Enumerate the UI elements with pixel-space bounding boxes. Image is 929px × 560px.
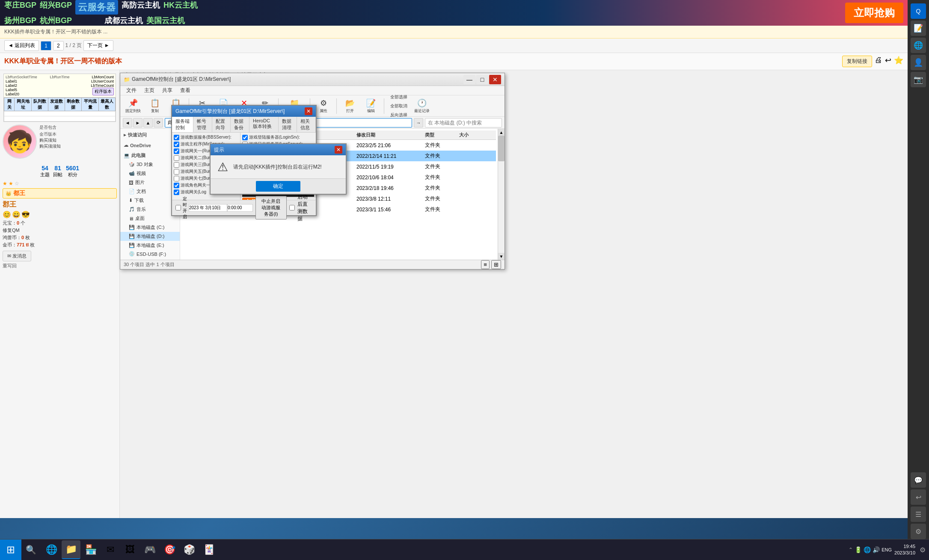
bottom-icon-1[interactable]: 💬 bbox=[911, 472, 926, 488]
minimize-btn[interactable]: — bbox=[463, 75, 475, 84]
scroll-up-btn[interactable]: ▲ bbox=[498, 129, 505, 136]
menu-share[interactable]: 共享 bbox=[159, 86, 176, 95]
taskbar-app-game2[interactable]: 🎯 bbox=[160, 540, 179, 559]
taskbar-app-explorer[interactable]: 📁 bbox=[62, 540, 80, 559]
ctrl-cb-3[interactable] bbox=[174, 155, 179, 161]
bottom-icon-2[interactable]: ↩ bbox=[911, 489, 926, 505]
grid-view-btn[interactable]: ⊞ bbox=[491, 260, 501, 269]
send-message-btn[interactable]: ✉ 发消息 bbox=[3, 251, 31, 261]
ctrl-cb-7[interactable] bbox=[174, 183, 179, 188]
scroll-thumb[interactable] bbox=[498, 136, 505, 161]
bottom-icon-4[interactable]: ⚙ bbox=[911, 524, 926, 539]
tray-chevron-icon[interactable]: ⌃ bbox=[849, 547, 853, 553]
menu-file[interactable]: 文件 bbox=[123, 86, 140, 95]
search-taskbar-btn[interactable]: 🔍 bbox=[21, 540, 40, 559]
scroll-track[interactable] bbox=[498, 136, 505, 253]
sidebar-disk-c[interactable]: 💾 本地磁盘 (C:) bbox=[120, 223, 180, 232]
start-server-btn[interactable]: 中止并启动游戏服务器(I) bbox=[255, 196, 287, 219]
ctrl-cb-5[interactable] bbox=[174, 169, 179, 175]
taskbar-app-game4[interactable]: 🃏 bbox=[199, 540, 218, 559]
tab-backup[interactable]: 数据备份 bbox=[231, 117, 249, 132]
bottom-icon-3[interactable]: ☰ bbox=[911, 507, 926, 522]
emoji-1: 😊 bbox=[3, 210, 11, 219]
bookmark-icon[interactable]: ⭐ bbox=[894, 56, 903, 67]
ctrl-cb-6[interactable] bbox=[174, 176, 179, 181]
close-btn[interactable]: ✕ bbox=[489, 75, 501, 84]
tab-server-control[interactable]: 服务端控制 bbox=[172, 117, 193, 132]
page-2-btn[interactable]: 2 bbox=[53, 41, 64, 50]
tray-network-icon[interactable]: 🌐 bbox=[864, 546, 871, 553]
ctrl-cb-1[interactable] bbox=[174, 142, 179, 147]
toolbar-edit-btn[interactable]: 📝 编辑 bbox=[361, 97, 380, 115]
game-dialog-close-btn[interactable]: ✕ bbox=[305, 107, 312, 115]
file-scrollbar[interactable]: ▲ ▼ bbox=[498, 129, 505, 260]
ad-text-3: 扬州BGP bbox=[4, 15, 36, 26]
taskbar-app-photos[interactable]: 🖼 bbox=[121, 540, 139, 559]
sidebar-esd-usb-1[interactable]: 💿 ESD-USB (F:) bbox=[120, 250, 180, 258]
ctrl-cb-8[interactable] bbox=[174, 190, 179, 195]
side-icon-3[interactable]: 🌐 bbox=[911, 38, 926, 53]
tab-info[interactable]: 相关信息 bbox=[297, 117, 316, 132]
share-icon[interactable]: ↩ bbox=[885, 56, 891, 67]
taskbar-clock[interactable]: 19:45 2023/3/10 bbox=[894, 543, 915, 557]
file-type-4: 文件夹 bbox=[425, 184, 459, 192]
tray-volume-icon[interactable]: 🔊 bbox=[873, 546, 880, 553]
ctrl-r-cb-0[interactable] bbox=[242, 135, 248, 140]
menu-home[interactable]: 主页 bbox=[141, 86, 158, 95]
3d-label: 3D 对象 bbox=[137, 161, 153, 168]
timed-start-cb[interactable] bbox=[175, 205, 181, 210]
list-view-btn[interactable]: ≡ bbox=[481, 260, 490, 269]
ctrl-cb-2[interactable] bbox=[174, 148, 179, 154]
nav-forward-btn[interactable]: ► bbox=[133, 118, 142, 127]
program-version-btn[interactable]: 程序版本 bbox=[92, 88, 114, 95]
alert-ok-btn[interactable]: 确定 bbox=[256, 181, 300, 192]
side-icon-5[interactable]: 📷 bbox=[911, 72, 926, 87]
scroll-down-btn[interactable]: ▼ bbox=[498, 253, 505, 260]
taskbar-app-game1[interactable]: 🎮 bbox=[140, 540, 159, 559]
toolbar-deselect-btn[interactable]: 全部取消 bbox=[388, 102, 410, 110]
start-button[interactable]: ⊞ bbox=[0, 539, 21, 560]
auto-start-cb[interactable] bbox=[289, 205, 295, 210]
side-icon-2[interactable]: 📝 bbox=[911, 21, 926, 36]
date-input[interactable] bbox=[189, 204, 227, 212]
taskbar-app-game3[interactable]: 🎲 bbox=[180, 540, 199, 559]
toolbar-select-all-btn[interactable]: 全部选择 bbox=[388, 93, 410, 101]
ctrl-cb-0[interactable] bbox=[174, 135, 179, 140]
ctrl-cb-4[interactable] bbox=[174, 162, 179, 168]
taskbar-app-mail[interactable]: ✉ bbox=[101, 540, 120, 559]
toolbar-open-btn[interactable]: 📂 打开 bbox=[340, 97, 359, 115]
tab-config[interactable]: 配置向导 bbox=[212, 117, 231, 132]
search-input[interactable] bbox=[425, 118, 502, 127]
print-icon[interactable]: 🖨 bbox=[875, 56, 882, 67]
side-icon-4[interactable]: 👤 bbox=[911, 55, 926, 70]
page-1-btn[interactable]: 1 bbox=[41, 41, 51, 50]
tray-settings-icon[interactable]: ⚙ bbox=[920, 546, 926, 554]
sidebar-disk-e[interactable]: 💾 本地磁盘 (E:) bbox=[120, 241, 180, 250]
next-page-btn[interactable]: 下一页 ► bbox=[83, 40, 113, 51]
toolbar-history-btn[interactable]: 🕐 最近记录 bbox=[412, 97, 432, 115]
tab-account[interactable]: 帐号管理 bbox=[193, 117, 212, 132]
table-header-0: 网关 bbox=[4, 98, 15, 111]
nav-refresh-btn[interactable]: ⟳ bbox=[154, 118, 163, 127]
copy-link-btn[interactable]: 复制链接 bbox=[842, 56, 872, 67]
nav-back-btn[interactable]: ◄ bbox=[123, 118, 132, 127]
3d-icon: 🎲 bbox=[129, 162, 135, 167]
toolbar-pin-btn[interactable]: 📌 固定到快 bbox=[123, 97, 143, 115]
address-go-btn[interactable]: → bbox=[414, 118, 423, 127]
taskbar-app-edge[interactable]: 🌐 bbox=[42, 540, 61, 559]
toolbar-copy-btn[interactable]: 📋 复制 bbox=[145, 97, 164, 115]
tray-lang-label[interactable]: ENG bbox=[882, 547, 892, 552]
tab-hero[interactable]: HeroDC版本转换 bbox=[249, 117, 279, 132]
back-to-list-btn[interactable]: ◄ 返回列表 bbox=[4, 40, 39, 51]
tray-battery-icon[interactable]: 🔋 bbox=[855, 546, 862, 553]
time-input[interactable] bbox=[227, 204, 253, 212]
alert-close-btn[interactable]: ✕ bbox=[335, 146, 342, 154]
maximize-btn[interactable]: □ bbox=[476, 75, 488, 84]
tab-data[interactable]: 数据清理 bbox=[279, 117, 297, 132]
sidebar-disk-d[interactable]: 💾 本地磁盘 (D:) bbox=[120, 232, 180, 241]
taskbar-app-store[interactable]: 🏪 bbox=[81, 540, 100, 559]
ad-buy-btn[interactable]: 立即抢购 bbox=[845, 3, 903, 23]
menu-view[interactable]: 查看 bbox=[177, 86, 194, 95]
nav-up-btn[interactable]: ▲ bbox=[143, 118, 153, 127]
side-icon-1[interactable]: Q bbox=[911, 3, 926, 19]
